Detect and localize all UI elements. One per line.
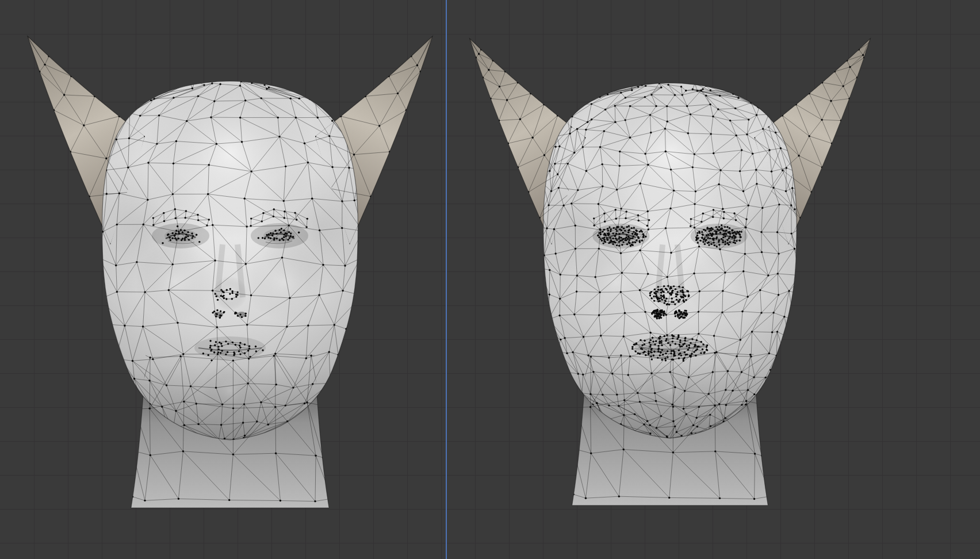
viewport-left-head-mesh[interactable] bbox=[0, 0, 446, 559]
3d-viewport-split bbox=[0, 0, 980, 559]
viewport-right-head-mesh[interactable] bbox=[447, 0, 980, 559]
